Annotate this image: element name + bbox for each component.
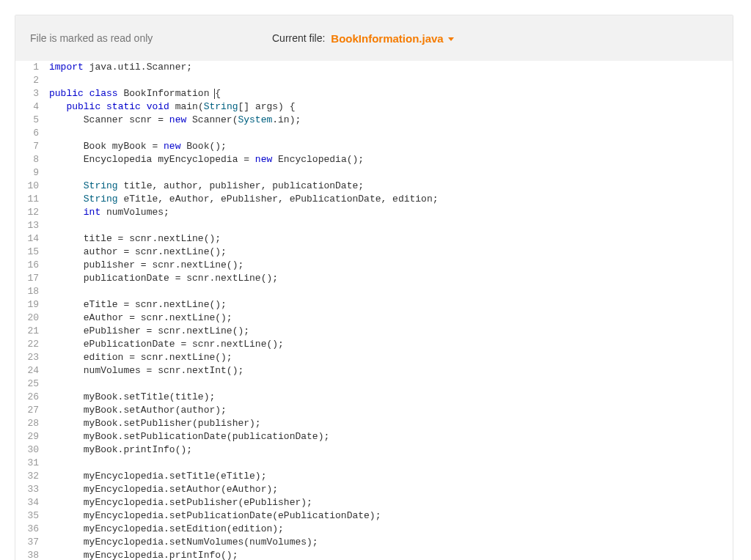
- line-number: 20: [15, 312, 46, 325]
- code-token: myBook.setPublisher(publisher);: [49, 418, 261, 429]
- code-line[interactable]: 25: [15, 377, 733, 391]
- code-line[interactable]: 37 myEncyclopedia.setNumVolumes(numVolum…: [15, 536, 733, 549]
- code-line[interactable]: 9: [15, 166, 733, 180]
- code-content[interactable]: [46, 285, 733, 298]
- code-line[interactable]: 14 title = scnr.nextLine();: [15, 232, 733, 246]
- code-content[interactable]: public static void main(String[] args) {: [46, 100, 733, 114]
- code-content[interactable]: [46, 219, 733, 232]
- code-line[interactable]: 18: [15, 285, 733, 298]
- current-file-dropdown[interactable]: BookInformation.java: [331, 32, 453, 45]
- code-line[interactable]: 6: [15, 127, 733, 140]
- current-file-name: BookInformation.java: [331, 32, 443, 45]
- code-token: [49, 101, 66, 112]
- code-line[interactable]: 24 numVolumes = scnr.nextInt();: [15, 364, 733, 377]
- code-line[interactable]: 35 myEncyclopedia.setPublicationDate(ePu…: [15, 509, 733, 523]
- code-line[interactable]: 4 public static void main(String[] args)…: [15, 100, 733, 114]
- editor-panel: File is marked as read only Current file…: [15, 15, 733, 560]
- code-content[interactable]: Scanner scnr = new Scanner(System.in);: [46, 114, 733, 127]
- code-content[interactable]: eAuthor = scnr.nextLine();: [46, 312, 733, 325]
- code-content[interactable]: myBook.printInfo();: [46, 443, 733, 457]
- code-content[interactable]: myBook.setAuthor(author);: [46, 404, 733, 417]
- code-token: eAuthor = scnr.nextLine();: [49, 312, 232, 323]
- code-line[interactable]: 26 myBook.setTitle(title);: [15, 391, 733, 404]
- code-token: int: [84, 207, 100, 218]
- code-line[interactable]: 5 Scanner scnr = new Scanner(System.in);: [15, 114, 733, 127]
- line-number: 21: [15, 325, 46, 338]
- code-token: myBook.printInfo();: [49, 444, 192, 455]
- code-content[interactable]: int numVolumes;: [46, 206, 733, 219]
- code-content[interactable]: eTitle = scnr.nextLine();: [46, 298, 733, 312]
- code-content[interactable]: myEncyclopedia.setTitle(eTitle);: [46, 470, 733, 483]
- code-content[interactable]: Book myBook = new Book();: [46, 140, 733, 153]
- code-content[interactable]: publicationDate = scnr.nextLine();: [46, 272, 733, 285]
- code-line[interactable]: 10 String title, author, publisher, publ…: [15, 180, 733, 193]
- code-line[interactable]: 21 ePublisher = scnr.nextLine();: [15, 325, 733, 338]
- code-token: [49, 180, 84, 191]
- code-line[interactable]: 28 myBook.setPublisher(publisher);: [15, 417, 733, 430]
- code-line[interactable]: 12 int numVolumes;: [15, 206, 733, 219]
- code-token: public: [49, 88, 84, 99]
- code-line[interactable]: 34 myEncyclopedia.setPublisher(ePublishe…: [15, 496, 733, 509]
- code-token: System: [238, 114, 272, 125]
- code-line[interactable]: 38 myEncyclopedia.printInfo();: [15, 549, 733, 560]
- code-content[interactable]: ePublicationDate = scnr.nextLine();: [46, 338, 733, 351]
- code-line[interactable]: 16 publisher = scnr.nextLine();: [15, 259, 733, 272]
- code-token: ePublicationDate = scnr.nextLine();: [49, 339, 284, 350]
- code-content[interactable]: [46, 127, 733, 140]
- code-content[interactable]: myEncyclopedia.setNumVolumes(numVolumes)…: [46, 536, 733, 549]
- line-number: 8: [15, 153, 46, 166]
- code-content[interactable]: [46, 377, 733, 391]
- code-line[interactable]: 33 myEncyclopedia.setAuthor(eAuthor);: [15, 483, 733, 496]
- code-content[interactable]: public class BookInformation {: [46, 87, 733, 100]
- code-content[interactable]: myBook.setTitle(title);: [46, 391, 733, 404]
- code-content[interactable]: Encyclopedia myEncyclopedia = new Encycl…: [46, 153, 733, 166]
- line-number: 28: [15, 417, 46, 430]
- code-content[interactable]: myEncyclopedia.printInfo();: [46, 549, 733, 560]
- caret-down-icon: [448, 37, 454, 41]
- code-line[interactable]: 13: [15, 219, 733, 232]
- code-content[interactable]: myEncyclopedia.setPublisher(ePublisher);: [46, 496, 733, 509]
- code-content[interactable]: numVolumes = scnr.nextInt();: [46, 364, 733, 377]
- code-line[interactable]: 30 myBook.printInfo();: [15, 443, 733, 457]
- line-number: 29: [15, 430, 46, 443]
- code-content[interactable]: String eTitle, eAuthor, ePublisher, ePub…: [46, 193, 733, 206]
- code-content[interactable]: myBook.setPublicationDate(publicationDat…: [46, 430, 733, 443]
- code-editor[interactable]: 1import java.util.Scanner;2 3public clas…: [15, 61, 733, 560]
- code-content[interactable]: ePublisher = scnr.nextLine();: [46, 325, 733, 338]
- code-line[interactable]: 31: [15, 457, 733, 470]
- code-line[interactable]: 1import java.util.Scanner;: [15, 61, 733, 74]
- code-line[interactable]: 7 Book myBook = new Book();: [15, 140, 733, 153]
- code-line[interactable]: 36 myEncyclopedia.setEdition(edition);: [15, 523, 733, 536]
- code-line[interactable]: 2: [15, 74, 733, 87]
- code-content[interactable]: [46, 457, 733, 470]
- code-line[interactable]: 19 eTitle = scnr.nextLine();: [15, 298, 733, 312]
- code-line[interactable]: 15 author = scnr.nextLine();: [15, 246, 733, 259]
- code-line[interactable]: 17 publicationDate = scnr.nextLine();: [15, 272, 733, 285]
- code-content[interactable]: myBook.setPublisher(publisher);: [46, 417, 733, 430]
- code-token: Scanner scnr =: [49, 114, 169, 125]
- line-number: 14: [15, 232, 46, 246]
- code-line[interactable]: 3public class BookInformation {: [15, 87, 733, 100]
- code-line[interactable]: 29 myBook.setPublicationDate(publication…: [15, 430, 733, 443]
- code-content[interactable]: [46, 166, 733, 180]
- code-content[interactable]: edition = scnr.nextLine();: [46, 351, 733, 364]
- code-line[interactable]: 23 edition = scnr.nextLine();: [15, 351, 733, 364]
- code-content[interactable]: title = scnr.nextLine();: [46, 232, 733, 246]
- code-content[interactable]: publisher = scnr.nextLine();: [46, 259, 733, 272]
- code-token: .in);: [272, 114, 301, 125]
- code-line[interactable]: 27 myBook.setAuthor(author);: [15, 404, 733, 417]
- code-line[interactable]: 32 myEncyclopedia.setTitle(eTitle);: [15, 470, 733, 483]
- code-content[interactable]: [46, 74, 733, 87]
- code-content[interactable]: myEncyclopedia.setEdition(edition);: [46, 523, 733, 536]
- code-content[interactable]: String title, author, publisher, publica…: [46, 180, 733, 193]
- code-content[interactable]: import java.util.Scanner;: [46, 61, 733, 74]
- code-token: [49, 207, 84, 218]
- code-content[interactable]: myEncyclopedia.setAuthor(eAuthor);: [46, 483, 733, 496]
- code-line[interactable]: 20 eAuthor = scnr.nextLine();: [15, 312, 733, 325]
- line-number: 2: [15, 74, 46, 87]
- code-line[interactable]: 11 String eTitle, eAuthor, ePublisher, e…: [15, 193, 733, 206]
- code-line[interactable]: 22 ePublicationDate = scnr.nextLine();: [15, 338, 733, 351]
- code-content[interactable]: author = scnr.nextLine();: [46, 246, 733, 259]
- code-line[interactable]: 8 Encyclopedia myEncyclopedia = new Ency…: [15, 153, 733, 166]
- code-content[interactable]: myEncyclopedia.setPublicationDate(ePubli…: [46, 509, 733, 523]
